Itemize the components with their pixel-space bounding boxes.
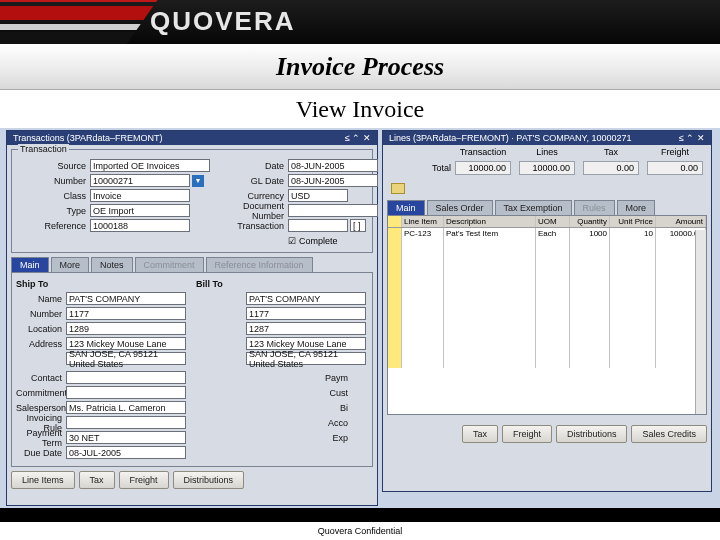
- table-row[interactable]: [388, 270, 706, 284]
- row-price[interactable]: 10: [610, 228, 656, 242]
- type-label: Type: [16, 206, 90, 216]
- lines-tab-rules[interactable]: Rules: [574, 200, 615, 215]
- total-trans-label: Transaction: [451, 147, 515, 157]
- lines-grid: Line Item Description UOM Quantity Unit …: [387, 215, 707, 415]
- type-field[interactable]: OE Import: [90, 204, 190, 217]
- distributions-button[interactable]: Distributions: [173, 471, 245, 489]
- tab-commitment[interactable]: Commitment: [135, 257, 204, 272]
- table-row[interactable]: [388, 284, 706, 298]
- tab-main[interactable]: Main: [11, 257, 49, 272]
- shipto-name[interactable]: PAT'S COMPANY: [66, 292, 186, 305]
- gldate-label: GL Date: [214, 176, 288, 186]
- tab-reference[interactable]: Reference Information: [206, 257, 313, 272]
- currency-field[interactable]: USD: [288, 189, 348, 202]
- lines-tab-more[interactable]: More: [617, 200, 656, 215]
- table-row[interactable]: [388, 242, 706, 256]
- total-label: Total: [387, 159, 451, 177]
- shipto-location[interactable]: 1289: [66, 322, 186, 335]
- line-items-button[interactable]: Line Items: [11, 471, 75, 489]
- dff-field[interactable]: [ ]: [350, 219, 366, 232]
- transaction-group: Transaction SourceImported OE Invoices N…: [11, 149, 373, 253]
- lines-sales-credits-button[interactable]: Sales Credits: [631, 425, 707, 443]
- due-label: Due Date: [16, 448, 66, 458]
- complete-checkbox[interactable]: ☑: [288, 236, 296, 246]
- lines-tab-taxex[interactable]: Tax Exemption: [495, 200, 572, 215]
- date-field[interactable]: 08-JUN-2005: [288, 159, 378, 172]
- billto-name[interactable]: PAT'S COMPANY: [246, 292, 366, 305]
- exp-label: Exp: [318, 433, 352, 443]
- transactions-window-titlebar[interactable]: Transactions (3PARdata–FREMONT) ≤ ⌃ ✕: [7, 131, 377, 145]
- payterm-field[interactable]: 30 NET: [66, 431, 186, 444]
- lov-icon[interactable]: ▾: [192, 175, 204, 187]
- tax-button[interactable]: Tax: [79, 471, 115, 489]
- salesperson-field[interactable]: Ms. Patricia L. Cameron: [66, 401, 186, 414]
- lines-distributions-button[interactable]: Distributions: [556, 425, 628, 443]
- lines-totals-values: Total 10000.00 10000.00 0.00 0.00: [387, 159, 707, 177]
- brand-graphic: [0, 0, 165, 44]
- paym-label: Paym: [318, 373, 352, 383]
- source-field[interactable]: Imported OE Invoices: [90, 159, 210, 172]
- table-row[interactable]: PC-123 Pat's Test Item Each 1000 10 1000…: [388, 228, 706, 242]
- tab-notes[interactable]: Notes: [91, 257, 133, 272]
- shipto-city[interactable]: SAN JOSE, CA 95121 United States: [66, 352, 186, 365]
- row-uom[interactable]: Each: [536, 228, 570, 242]
- brand-logo-text: QUOVERA: [150, 6, 295, 37]
- transaction-group-label: Transaction: [18, 144, 69, 154]
- window-controls[interactable]: ≤ ⌃ ✕: [679, 133, 705, 143]
- currency-label: Currency: [214, 191, 288, 201]
- number-field[interactable]: 10000271: [90, 174, 190, 187]
- transaction-field[interactable]: [288, 219, 348, 232]
- lines-grid-header: Line Item Description UOM Quantity Unit …: [388, 216, 706, 228]
- invrule-field[interactable]: [66, 416, 186, 429]
- commitment-field[interactable]: [66, 386, 186, 399]
- shipto-number[interactable]: 1177: [66, 307, 186, 320]
- lines-tax-button[interactable]: Tax: [462, 425, 498, 443]
- contact-field[interactable]: [66, 371, 186, 384]
- total-lines-val: 10000.00: [519, 161, 575, 175]
- workspace: Transactions (3PARdata–FREMONT) ≤ ⌃ ✕ Tr…: [0, 128, 720, 508]
- shipto-addr-label: Address: [16, 339, 66, 349]
- lines-tab-main[interactable]: Main: [387, 200, 425, 215]
- lines-tab-so[interactable]: Sales Order: [427, 200, 493, 215]
- brand-header: QUOVERA: [0, 0, 720, 44]
- row-desc[interactable]: Pat's Test Item: [444, 228, 536, 242]
- reference-field[interactable]: 1000188: [90, 219, 190, 232]
- lines-button-bar: Tax Freight Distributions Sales Credits: [387, 425, 707, 443]
- lines-window-titlebar[interactable]: Lines (3PARdata–FREMONT) · PAT'S COMPANY…: [383, 131, 711, 145]
- billto-location[interactable]: 1287: [246, 322, 366, 335]
- lines-window-title: Lines (3PARdata–FREMONT) · PAT'S COMPANY…: [389, 133, 631, 143]
- gldate-field[interactable]: 08-JUN-2005: [288, 174, 378, 187]
- billto-number[interactable]: 1177: [246, 307, 366, 320]
- salesperson-label: Salesperson: [16, 403, 66, 413]
- cust-label: Cust: [318, 388, 352, 398]
- lines-freight-button[interactable]: Freight: [502, 425, 552, 443]
- table-row[interactable]: [388, 340, 706, 354]
- payterm-label: Payment Term: [16, 428, 66, 448]
- contact-label: Contact: [16, 373, 66, 383]
- freight-button[interactable]: Freight: [119, 471, 169, 489]
- transactions-window-title: Transactions (3PARdata–FREMONT): [13, 133, 163, 143]
- table-row[interactable]: [388, 256, 706, 270]
- lines-totals-header: Transaction Lines Tax Freight: [387, 147, 707, 157]
- table-row[interactable]: [388, 326, 706, 340]
- docnum-field[interactable]: [288, 204, 378, 217]
- date-label: Date: [214, 161, 288, 171]
- folder-icon[interactable]: [391, 183, 405, 194]
- col-line: Line Item: [402, 216, 444, 227]
- total-tax-val: 0.00: [583, 161, 639, 175]
- class-field[interactable]: Invoice: [90, 189, 190, 202]
- table-row[interactable]: [388, 298, 706, 312]
- grid-scrollbar[interactable]: [695, 230, 706, 414]
- footer-label: Quovera Confidential: [0, 522, 720, 540]
- table-row[interactable]: [388, 354, 706, 368]
- billto-city[interactable]: SAN JOSE, CA 95121 United States: [246, 352, 366, 365]
- class-label: Class: [16, 191, 90, 201]
- table-row[interactable]: [388, 312, 706, 326]
- row-line[interactable]: PC-123: [402, 228, 444, 242]
- tab-more[interactable]: More: [51, 257, 90, 272]
- row-qty[interactable]: 1000: [570, 228, 610, 242]
- window-controls[interactable]: ≤ ⌃ ✕: [345, 133, 371, 143]
- transactions-window: Transactions (3PARdata–FREMONT) ≤ ⌃ ✕ Tr…: [6, 130, 378, 506]
- commitment-label: Commitment: [16, 388, 66, 398]
- due-field[interactable]: 08-JUL-2005: [66, 446, 186, 459]
